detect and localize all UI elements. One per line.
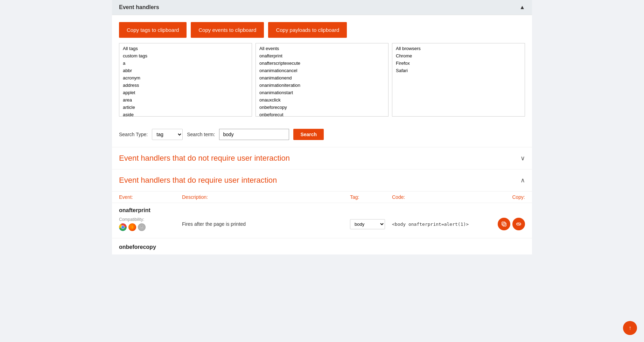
- browsers-option-all[interactable]: All browsers: [394, 45, 523, 52]
- search-input[interactable]: [219, 129, 289, 140]
- no-interaction-section-header[interactable]: Event handlers that do not require user …: [112, 147, 532, 169]
- events-select[interactable]: All events onafterprint onafterscriptexe…: [256, 43, 388, 116]
- event-tag-col: body: [350, 219, 392, 229]
- tags-option-aside[interactable]: aside: [121, 111, 250, 116]
- event-row-onafterprint: onafterprint Compatibility:: [112, 203, 532, 238]
- tags-option-acronym[interactable]: acronym: [121, 74, 250, 82]
- search-type-label: Search Type:: [119, 132, 148, 137]
- svg-rect-9: [502, 222, 505, 225]
- svg-marker-7: [141, 226, 142, 227]
- tags-listbox[interactable]: All tags custom tags a abbr acronym addr…: [119, 43, 252, 117]
- buttons-row: Copy tags to clipboard Copy events to cl…: [112, 15, 532, 43]
- compat-icons: [119, 223, 182, 231]
- svg-point-2: [121, 226, 124, 229]
- events-option-onanimend[interactable]: onanimationend: [257, 74, 387, 82]
- events-option-all[interactable]: All events: [257, 45, 387, 52]
- browsers-select[interactable]: All browsers Chrome Firefox Safari: [392, 43, 525, 116]
- event-name-onbeforecopy: onbeforecopy: [119, 244, 525, 250]
- compat-col: Compatibility:: [119, 217, 182, 231]
- table-header: Event: Description: Tag: Code: Copy:: [112, 191, 532, 203]
- search-row: Search Type: tag event payload Search te…: [112, 124, 532, 147]
- no-interaction-chevron[interactable]: ∨: [520, 154, 525, 162]
- copy-col: [490, 218, 525, 230]
- col-header-tag: Tag:: [350, 194, 392, 200]
- header-title: Event handlers: [119, 4, 159, 11]
- svg-rect-8: [503, 223, 506, 226]
- events-option-onbeforecopy[interactable]: onbeforecopy: [257, 104, 387, 111]
- event-handlers-header: Event handlers ▲: [112, 0, 532, 15]
- col-header-code: Code:: [392, 194, 490, 200]
- copy-payloads-button[interactable]: Copy payloads to clipboard: [268, 22, 347, 38]
- events-option-onanimstart[interactable]: onanimationstart: [257, 89, 387, 96]
- tags-select[interactable]: All tags custom tags a abbr acronym addr…: [119, 43, 252, 116]
- tags-option-all[interactable]: All tags: [121, 45, 250, 52]
- collapse-icon[interactable]: ▲: [519, 4, 525, 11]
- require-interaction-section-header[interactable]: Event handlers that do require user inte…: [112, 169, 532, 191]
- tags-option-address[interactable]: address: [121, 82, 250, 89]
- events-option-onauxclick[interactable]: onauxclick: [257, 96, 387, 104]
- event-description-onafterprint: Fires after the page is printed: [182, 221, 350, 227]
- browsers-option-safari[interactable]: Safari: [394, 67, 523, 74]
- search-button[interactable]: Search: [293, 129, 324, 140]
- copy-code-button-onafterprint[interactable]: [498, 218, 510, 230]
- events-option-onanimiter[interactable]: onanimationiteration: [257, 82, 387, 89]
- search-type-select[interactable]: tag event payload: [152, 129, 183, 140]
- chrome-icon: [119, 223, 127, 231]
- browsers-option-chrome[interactable]: Chrome: [394, 52, 523, 60]
- events-option-onafterprint[interactable]: onafterprint: [257, 52, 387, 60]
- copy-events-button[interactable]: Copy events to clipboard: [191, 22, 264, 38]
- tags-option-area[interactable]: area: [121, 96, 250, 104]
- events-option-onanimcancel[interactable]: onanimationcancel: [257, 67, 387, 74]
- compat-label: Compatibility:: [119, 217, 182, 222]
- col-header-event: Event:: [119, 194, 182, 200]
- event-tag-select-onafterprint[interactable]: body: [350, 219, 385, 229]
- require-interaction-title: Event handlers that do require user inte…: [119, 176, 277, 185]
- col-header-copy: Copy:: [490, 194, 525, 200]
- require-interaction-chevron[interactable]: ∧: [520, 176, 525, 184]
- events-listbox[interactable]: All events onafterprint onafterscriptexe…: [255, 43, 388, 117]
- lists-row: All tags custom tags a abbr acronym addr…: [112, 43, 532, 124]
- firefox-icon: [128, 223, 136, 231]
- no-interaction-title: Event handlers that do not require user …: [119, 154, 290, 163]
- browsers-listbox[interactable]: All browsers Chrome Firefox Safari: [392, 43, 525, 117]
- search-term-label: Search term:: [187, 132, 215, 137]
- tags-option-applet[interactable]: applet: [121, 89, 250, 96]
- event-code-onafterprint: <body onafterprint=alert(1)>: [392, 222, 490, 227]
- tags-option-custom[interactable]: custom tags: [121, 52, 250, 60]
- event-row-onbeforecopy: onbeforecopy: [112, 238, 532, 254]
- copy-link-button-onafterprint[interactable]: [512, 218, 525, 230]
- col-header-description: Description:: [182, 194, 350, 200]
- browsers-option-firefox[interactable]: Firefox: [394, 60, 523, 67]
- tags-option-abbr[interactable]: abbr: [121, 67, 250, 74]
- events-option-onbeforecut[interactable]: onbeforecut: [257, 111, 387, 116]
- safari-icon: [138, 223, 146, 231]
- events-option-onafterscript[interactable]: onafterscriptexecute: [257, 60, 387, 67]
- event-name-onafterprint: onafterprint: [119, 207, 525, 214]
- tags-option-a[interactable]: a: [121, 60, 250, 67]
- copy-tags-button[interactable]: Copy tags to clipboard: [119, 22, 187, 38]
- tags-option-article[interactable]: article: [121, 104, 250, 111]
